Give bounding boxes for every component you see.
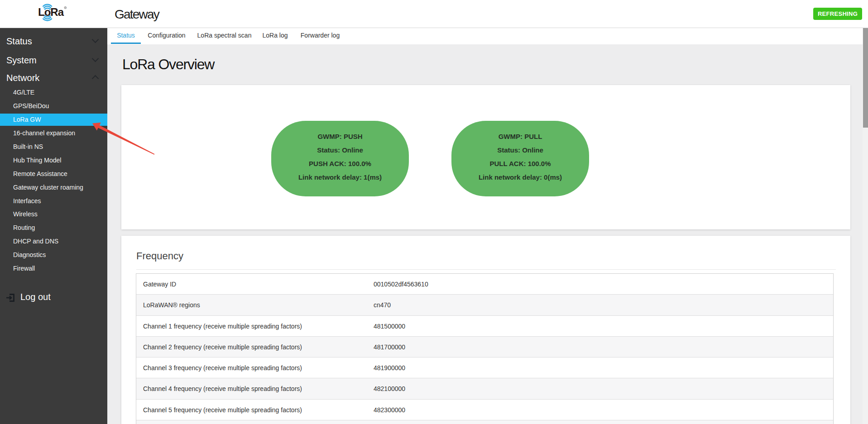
svg-text:LoRa: LoRa	[38, 6, 64, 18]
